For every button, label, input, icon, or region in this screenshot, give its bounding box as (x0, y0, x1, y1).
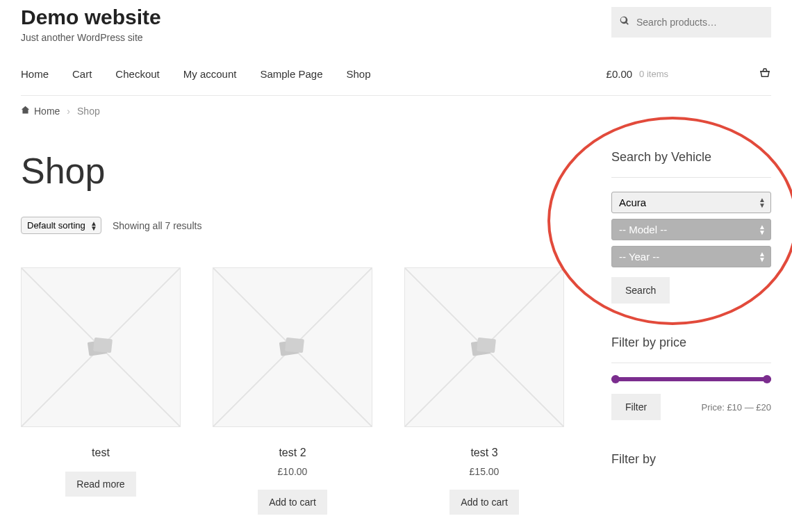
nav-checkout[interactable]: Checkout (115, 68, 159, 80)
widget-divider (611, 363, 771, 363)
result-count: Showing all 7 results (113, 220, 201, 231)
sorting-select[interactable]: Default sorting (21, 217, 101, 234)
site-branding: Demo website Just another WordPress site (21, 6, 161, 43)
product-name: test 3 (404, 447, 564, 459)
product-price: £15.00 (404, 466, 564, 477)
breadcrumb: Home › Shop (21, 96, 771, 126)
site-tagline: Just another WordPress site (21, 32, 161, 43)
sidebar: Search by Vehicle Acura ▲▼ -- Model -- ▲… (611, 150, 771, 515)
product-search[interactable] (611, 7, 771, 38)
product-placeholder-image[interactable] (213, 267, 372, 427)
product-card[interactable]: test 2 £10.00 Add to cart (213, 267, 372, 515)
svg-rect-3 (285, 338, 304, 354)
search-by-vehicle-widget: Search by Vehicle Acura ▲▼ -- Model -- ▲… (611, 150, 771, 304)
product-card[interactable]: test Read more (21, 267, 181, 515)
price-filter-button[interactable]: Filter (611, 394, 661, 420)
svg-rect-1 (93, 338, 113, 354)
breadcrumb-home-label: Home (34, 106, 60, 117)
main-content: Shop Default sorting ▲▼ Showing all 7 re… (21, 150, 579, 515)
image-placeholder-icon (470, 337, 498, 358)
add-to-cart-button[interactable]: Add to cart (449, 490, 519, 515)
image-placeholder-icon (279, 337, 306, 358)
home-icon (21, 106, 30, 117)
cart-summary[interactable]: £0.00 0 items (607, 67, 771, 81)
svg-rect-5 (477, 338, 496, 354)
primary-nav: Home Cart Checkout My account Sample Pag… (21, 67, 771, 96)
filter-by-widget: Filter by (611, 452, 771, 467)
product-name: test (21, 447, 181, 459)
breadcrumb-home[interactable]: Home (21, 106, 60, 117)
slider-handle-min[interactable] (611, 375, 620, 383)
breadcrumb-separator: › (67, 106, 70, 117)
nav-home[interactable]: Home (21, 68, 49, 80)
nav-sample-page[interactable]: Sample Page (260, 68, 322, 80)
breadcrumb-current: Shop (77, 106, 100, 117)
widget-title: Filter by (611, 452, 771, 467)
product-placeholder-image[interactable] (21, 267, 181, 427)
filter-by-price-widget: Filter by price Filter Price: £10 — £20 (611, 335, 771, 420)
vehicle-make-select[interactable]: Acura (611, 192, 771, 213)
image-placeholder-icon (87, 337, 115, 358)
read-more-button[interactable]: Read more (65, 472, 135, 497)
cart-amount: £0.00 (607, 68, 633, 80)
product-price: £10.00 (213, 466, 372, 477)
price-slider[interactable] (611, 377, 771, 381)
add-to-cart-button[interactable]: Add to cart (258, 490, 327, 515)
vehicle-model-select[interactable]: -- Model -- (611, 219, 771, 240)
nav-shop[interactable]: Shop (347, 68, 371, 80)
price-range-label: Price: £10 — £20 (702, 402, 771, 413)
product-name: test 2 (213, 447, 372, 459)
vehicle-search-button[interactable]: Search (611, 277, 670, 304)
vehicle-year-select[interactable]: -- Year -- (611, 246, 771, 267)
cart-item-count: 0 items (639, 69, 668, 79)
nav-cart[interactable]: Cart (72, 68, 92, 80)
sorting-select-wrap[interactable]: Default sorting ▲▼ (21, 217, 101, 234)
product-card[interactable]: test 3 £15.00 Add to cart (404, 267, 564, 515)
slider-handle-max[interactable] (763, 375, 771, 383)
nav-my-account[interactable]: My account (183, 68, 237, 80)
widget-title: Filter by price (611, 335, 771, 350)
widget-title: Search by Vehicle (611, 150, 771, 165)
page-title: Shop (21, 150, 579, 192)
site-title[interactable]: Demo website (21, 6, 161, 29)
search-input[interactable] (636, 17, 763, 28)
product-placeholder-image[interactable] (404, 267, 564, 427)
widget-divider (611, 177, 771, 178)
basket-icon (759, 67, 771, 81)
search-icon (620, 16, 636, 28)
